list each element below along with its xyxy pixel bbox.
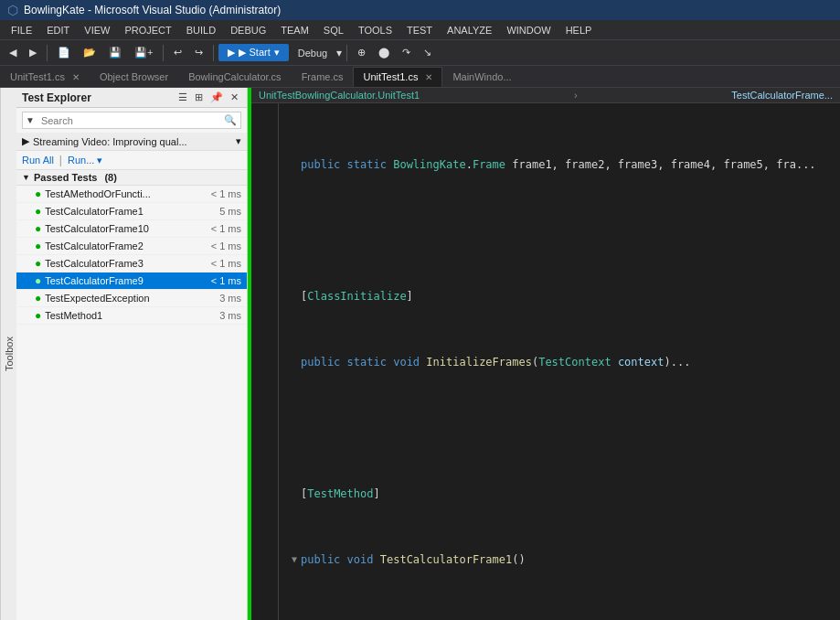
streaming-dropdown[interactable]: ▾	[236, 135, 241, 147]
test-item-7[interactable]: ● TestMethod1 3 ms	[16, 307, 247, 325]
save-all-button[interactable]: 💾+	[129, 45, 158, 60]
step-over-button[interactable]: ↷	[397, 45, 416, 60]
pass-icon-5: ●	[35, 274, 41, 287]
search-input[interactable]	[37, 113, 220, 128]
menu-sql[interactable]: SQL	[316, 23, 351, 37]
test-time-5: < 1 ms	[211, 275, 241, 286]
te-filter-btn[interactable]: ☰	[175, 91, 190, 104]
test-explorer-toolbar-buttons: ☰ ⊞ 📌 ✕	[175, 91, 241, 104]
gutter-initframes[interactable]	[288, 354, 301, 370]
tab-unittest1-first-label: UnitTest1.cs	[10, 71, 65, 82]
pass-icon-3: ●	[35, 240, 41, 252]
code-editor: UnitTestBowlingCalculator.UnitTest1 › Te…	[251, 88, 840, 620]
breadcrumb-bar: UnitTestBowlingCalculator.UnitTest1 › Te…	[251, 88, 840, 103]
menu-project[interactable]: PROJECT	[117, 23, 178, 37]
run-dropdown-icon: ▾	[97, 155, 102, 166]
test-time-3: < 1 ms	[211, 241, 241, 251]
test-item-4[interactable]: ● TestCalculatorFrame3 < 1 ms	[16, 255, 247, 273]
tab-unittest1-first-close[interactable]: ✕	[72, 72, 80, 82]
te-pin-btn[interactable]: 📌	[207, 91, 226, 104]
step-in-button[interactable]: ↘	[418, 45, 437, 60]
title-bar: ⬡ BowlingKate - Microsoft Visual Studio …	[0, 0, 840, 20]
menu-team[interactable]: TEAM	[273, 23, 316, 37]
test-item-1[interactable]: ● TestCalculatorFrame1 5 ms	[16, 203, 247, 220]
tab-unittest1-active-close[interactable]: ✕	[425, 72, 432, 82]
passed-tests-group: ▼ Passed Tests (8) ● TestAMethodOrFuncti…	[16, 170, 247, 325]
toolbox-tab[interactable]: Toolbox	[0, 88, 16, 620]
test-time-0: < 1 ms	[211, 188, 241, 199]
te-group-btn[interactable]: ⊞	[192, 91, 206, 104]
menu-help[interactable]: HELP	[558, 23, 600, 37]
passed-tests-header[interactable]: ▼ Passed Tests (8)	[16, 170, 247, 186]
gutter-1[interactable]	[288, 156, 301, 173]
start-button[interactable]: ▶ ▶ Start ▾	[218, 44, 288, 61]
test-item-2[interactable]: ● TestCalculatorFrame10 < 1 ms	[16, 220, 247, 238]
code-lines[interactable]: public static BowlingKate.Frame frame1, …	[279, 103, 840, 620]
search-filter-icon[interactable]: ▼	[23, 114, 37, 126]
toolbox-label: Toolbox	[4, 337, 15, 371]
debug-dropdown-arrow[interactable]: ▾	[336, 47, 342, 59]
streaming-item[interactable]: ▶ Streaming Video: Improving qual... ▾	[16, 133, 247, 151]
tab-mainwindow[interactable]: MainWindo...	[442, 67, 521, 87]
start-icon: ▶	[228, 47, 235, 59]
title-text: BowlingKate - Microsoft Visual Studio (A…	[24, 4, 281, 16]
te-close-btn[interactable]: ✕	[228, 91, 241, 104]
gutter-tm1attr[interactable]	[288, 486, 301, 502]
toolbar-separator-1	[47, 45, 48, 61]
test-name-7: TestMethod1	[45, 310, 102, 321]
menu-analyze[interactable]: ANALYZE	[440, 23, 499, 37]
test-explorer-header: Test Explorer ☰ ⊞ 📌 ✕	[16, 88, 247, 108]
menu-window[interactable]: WINDOW	[499, 23, 558, 37]
redo-button[interactable]: ↪	[189, 45, 208, 60]
tab-unittest1-active[interactable]: UnitTest1.cs ✕	[353, 67, 442, 87]
code-content: public static BowlingKate.Frame frame1, …	[251, 103, 840, 620]
gutter-tf1decl[interactable]: ▼	[288, 551, 301, 568]
code-line-testmethod1-attr: [TestMethod]	[288, 486, 840, 502]
run-link[interactable]: Run... ▾	[68, 155, 102, 166]
vs-icon: ⬡	[7, 3, 18, 17]
menu-tools[interactable]: TOOLS	[351, 23, 399, 37]
test-item-0[interactable]: ● TestAMethodOrFuncti... < 1 ms	[16, 186, 247, 203]
open-button[interactable]: 📂	[78, 45, 101, 60]
code-line-blank-2	[288, 420, 840, 436]
run-all-link[interactable]: Run All	[22, 155, 54, 166]
tab-frame[interactable]: Frame.cs	[292, 67, 354, 87]
tab-bowling-calculator[interactable]: BowlingCalculator.cs	[178, 67, 292, 87]
breakpoint-button[interactable]: ⬤	[373, 45, 395, 60]
back-button[interactable]: ◀	[4, 45, 22, 60]
undo-button[interactable]: ↩	[168, 45, 187, 60]
test-name-4: TestCalculatorFrame3	[45, 258, 144, 269]
tab-bar: UnitTest1.cs ✕ Object Browser BowlingCal…	[0, 66, 840, 88]
attach-button[interactable]: ⊕	[352, 45, 371, 60]
pass-icon-7: ●	[35, 309, 41, 322]
test-name-3: TestCalculatorFrame2	[45, 241, 144, 251]
code-line-class-init: [ClassInitialize]	[288, 288, 840, 305]
test-name-0: TestAMethodOrFuncti...	[45, 188, 151, 199]
menu-edit[interactable]: EDIT	[39, 23, 77, 37]
menu-build[interactable]: BUILD	[179, 23, 223, 37]
tab-object-browser[interactable]: Object Browser	[90, 67, 178, 87]
save-button[interactable]: 💾	[103, 45, 127, 60]
tab-unittest1-active-label: UnitTest1.cs	[363, 71, 418, 82]
test-item-3[interactable]: ● TestCalculatorFrame2 < 1 ms	[16, 238, 247, 255]
pass-icon-4: ●	[35, 257, 41, 270]
test-time-6: 3 ms	[219, 293, 241, 304]
gutter-class[interactable]	[288, 288, 301, 305]
test-item-5[interactable]: ● TestCalculatorFrame9 < 1 ms	[16, 273, 247, 290]
menu-test[interactable]: TEST	[399, 23, 440, 37]
new-project-button[interactable]: 📄	[52, 45, 76, 60]
tab-unittest1-first[interactable]: UnitTest1.cs ✕	[0, 67, 90, 87]
menu-debug[interactable]: DEBUG	[223, 23, 273, 37]
code-line-testframe1-decl: ▼ public void TestCalculatorFrame1()	[288, 551, 840, 568]
test-time-7: 3 ms	[219, 310, 241, 321]
tab-mainwindow-label: MainWindo...	[452, 71, 511, 82]
group-count: (8)	[104, 172, 116, 183]
menu-view[interactable]: VIEW	[77, 23, 117, 37]
test-item-6[interactable]: ● TestExpectedException 3 ms	[16, 290, 247, 307]
code-line-1: public static BowlingKate.Frame frame1, …	[288, 156, 840, 173]
menu-file[interactable]: FILE	[4, 23, 39, 37]
pass-icon-6: ●	[35, 292, 41, 305]
run-controls: Run All | Run... ▾	[16, 151, 247, 170]
line-numbers	[251, 103, 279, 620]
forward-button[interactable]: ▶	[24, 45, 42, 60]
